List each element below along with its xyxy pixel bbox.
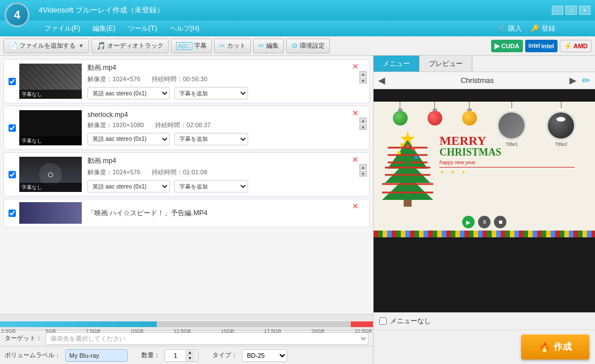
move-up-icon[interactable]: ▲ [359,71,367,77]
file-thumbnail: 字幕なし [19,110,82,145]
progress-label-4: 12.5GB [174,328,191,334]
close-button[interactable]: × [579,6,590,15]
list-item: ○ 字幕なし 動画.mp4 解像度：1024×576 持続時間：01:01:08 [3,152,370,196]
register-button[interactable]: 🔑 登録 [531,24,555,34]
file-thumbnail: 字幕なし [19,64,82,99]
progress-label-0: 2.5GB [1,328,16,334]
ornament [428,102,442,125]
svg-point-8 [400,143,404,147]
intel-badge: intel intel [525,40,558,52]
progress-label-6: 17.5GB [264,328,282,334]
move-down-icon[interactable]: ▼ [359,171,367,177]
file-list: 字幕なし 動画.mp4 解像度：1024×576 持続時間：00:56:30 英… [0,56,373,314]
move-down-icon[interactable]: ▼ [359,78,367,83]
list-item: 字幕なし sherlock.mp4 解像度：1920×1080 持続時間：02:… [3,106,370,150]
toolbar: 📄 ファイルを追加する ▼ 🎵 オーディオトラック ABC 字幕 ✂ カット ✏… [0,36,595,56]
target-label: ターゲット： [5,334,42,342]
file-checkbox[interactable] [9,78,16,85]
tab-menu[interactable]: メニュー [374,56,420,72]
theme-name: Christmas [388,76,566,85]
progress-label-2: 7.5GB [86,328,100,334]
svg-point-9 [412,147,415,150]
file-remove-icon[interactable]: ✕ [352,202,359,211]
progress-label-8: 22.5GB [354,328,372,334]
maximize-button[interactable]: □ [565,6,577,15]
subtitle-select[interactable]: 字幕を追加 [174,87,248,99]
ornament [393,102,408,125]
purchase-button[interactable]: 🛒 購入 [497,24,522,34]
menu-none-label: メニューなし [390,316,431,326]
audio-select[interactable]: 英語 aac stereo (0x1) [87,180,170,193]
file-duration: 持続時間：00:56:30 [152,75,207,83]
add-file-button[interactable]: 📄 ファイルを追加する ▼ [3,39,89,53]
volume-input[interactable] [65,349,128,362]
christmas-tree [379,129,436,210]
audio-track-button[interactable]: 🎵 オーディオトラック [91,39,169,53]
move-down-icon[interactable]: ▼ [359,124,367,130]
file-thumbnail [19,202,82,224]
progress-label-7: 20GB [311,328,324,334]
list-item: 「映画 ハイ☆スピード！」予告編.MP4 ✕ [3,199,370,227]
type-select[interactable]: BD-25 [242,349,287,362]
subtitle-select[interactable]: 字幕を追加 [174,133,248,145]
menu-tools[interactable]: ツール(T) [123,23,161,35]
progress-label-1: 5GB [45,328,56,334]
tab-preview[interactable]: プレビュー [420,56,472,72]
subtitle-select[interactable]: 字幕を追加 [174,180,248,193]
minimize-button[interactable]: － [552,6,563,15]
file-resolution: 解像度：1920×1080 [87,121,144,129]
create-button[interactable]: 🔥 作成 [521,334,589,359]
app-title: 4Videosoft ブルーレイ作成（未登録） [39,5,164,15]
file-resolution: 解像度：1024×576 [87,75,140,83]
menu-help[interactable]: ヘルプ(H) [165,23,204,35]
edit-theme-icon[interactable]: ✏ [582,74,590,87]
play-button[interactable]: ▶ [462,216,475,228]
christmas-label: CHRISTMAS [439,147,589,157]
file-duration: 持続時間：01:01:08 [152,168,207,177]
prev-theme-button[interactable]: ◀ [378,75,385,86]
create-label: 作成 [554,341,572,353]
file-remove-icon[interactable]: ✕ [352,108,359,118]
theme-nav: ◀ Christmas ▶ ✏ [374,72,595,89]
svg-point-12 [406,144,409,148]
audio-select[interactable]: 英語 aac stereo (0x1) [87,133,170,145]
happy-new-year-label: happy new year [439,160,589,165]
svg-point-11 [414,156,418,159]
audio-select[interactable]: 英語 aac stereo (0x1) [87,87,170,99]
count-up-button[interactable]: ▲ [186,350,194,355]
cut-button[interactable]: ✂ カット [214,39,251,53]
file-name: 動画.mp4 [87,63,364,73]
cuda-badge: ▶ CUDA [491,40,523,52]
ornament [462,102,477,125]
menu-edit[interactable]: 編集(E) [88,23,120,35]
titlebar: 4 4Videosoft ブルーレイ作成（未登録） － □ × [0,0,595,20]
menu-none-row: メニューなし [374,312,595,329]
lower-controls: ボリュームラベル： 数量： ▲ ▼ タイプ： BD-25 [0,346,373,364]
file-remove-icon[interactable]: ✕ [352,155,359,164]
move-up-icon[interactable]: ▲ [359,118,367,123]
settings-button[interactable]: ⚙ 環境設定 [286,39,330,53]
move-up-icon[interactable]: ▲ [359,164,367,170]
file-resolution: 解像度：1024×576 [87,168,140,177]
file-checkbox[interactable] [9,124,16,132]
file-remove-icon[interactable]: ✕ [352,62,359,71]
count-spinner[interactable]: ▲ ▼ [165,349,199,362]
menu-none-checkbox[interactable] [379,317,387,325]
file-name: 動画.mp4 [87,156,364,166]
stop-button[interactable]: ⏹ [494,216,506,228]
storage-progress: 2.5GB 5GB 7.5GB 10GB 12.5GB 15GB 17.5GB … [0,314,373,330]
file-checkbox[interactable] [9,210,16,217]
pause-button[interactable]: ⏸ [478,216,491,228]
file-thumbnail: ○ 字幕なし [19,157,82,192]
next-theme-button[interactable]: ▶ [569,75,576,86]
count-down-button[interactable]: ▼ [186,355,194,361]
type-label: タイプ： [212,351,237,359]
logo-number: 4 [14,9,20,22]
edit-button[interactable]: ✏ 編集 [253,39,284,53]
subtitle-button[interactable]: ABC 字幕 [171,39,212,53]
menu-file[interactable]: ファイル(F) [40,23,85,35]
app-logo: 4 [5,2,30,27]
file-checkbox[interactable] [9,171,16,178]
volume-label: ボリュームラベル： [5,351,61,359]
file-name: sherlock.mp4 [87,111,364,119]
